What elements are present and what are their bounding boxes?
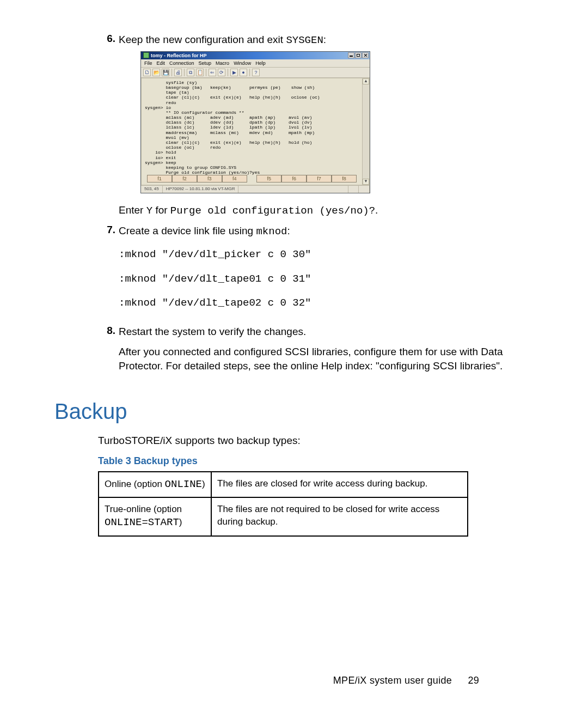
statusbar: 503, 45 HP70092 -- 10.81.1.80 via VT-MGR (141, 185, 370, 193)
toolbar-sep (206, 69, 206, 76)
print-icon[interactable]: 🖨 (174, 69, 182, 76)
table-cell: Online (option ONLINE) (99, 472, 211, 498)
titlebar[interactable]: tomy - Reflection for HP (141, 52, 370, 59)
fkey-f1[interactable]: f1 (147, 175, 172, 182)
intro-text: TurboSTORE/iX supports two backup types: (98, 435, 534, 447)
footer-label: MPE/iX system user guide (333, 675, 452, 686)
close-icon[interactable] (362, 52, 369, 58)
step6-post: : (323, 34, 326, 45)
step6b-y: Y (146, 205, 152, 217)
paste-icon[interactable]: 📋 (196, 69, 204, 76)
reload-icon[interactable]: ⟳ (218, 69, 225, 76)
step8-line2: After you connected and configured SCSI … (119, 345, 534, 373)
table-caption: Table 3 Backup types (98, 455, 534, 467)
step6b-code: Purge old configuration (yes/no)? (170, 205, 375, 217)
menu-window[interactable]: Window (234, 60, 251, 66)
step6b-post: . (375, 204, 378, 216)
status-blank3 (359, 186, 370, 193)
step-number: 7. (98, 224, 115, 236)
help-icon[interactable]: ? (252, 69, 260, 76)
step6b-mid: for (152, 204, 170, 216)
term-line: ** IO configurator commands ** (145, 110, 359, 115)
play-icon[interactable]: ▶ (230, 69, 238, 76)
step7-post: : (287, 225, 290, 236)
term-line: clear (cl)(c) exit (ex)(e) help (he)(h) … (145, 95, 359, 100)
status-blank2 (348, 186, 359, 193)
copy-icon[interactable]: ⧉ (187, 69, 194, 76)
save-icon[interactable]: 💾 (162, 69, 169, 76)
reflection-window: tomy - Reflection for HP File Edit Conne… (140, 51, 370, 194)
maximize-icon[interactable] (355, 52, 362, 58)
menu-setup[interactable]: Setup (199, 60, 212, 66)
step7-code: mknod (256, 226, 287, 238)
r2c1-code: ONLINE=START (105, 516, 179, 528)
toolbar-sep (171, 69, 172, 76)
term-line: sysgen> io (145, 105, 359, 110)
toolbar-sep (228, 69, 228, 76)
term-line: sysgen> keep (145, 160, 359, 165)
step-number: 8. (98, 325, 115, 337)
step6b-pre: Enter (119, 204, 146, 216)
backup-types-table: Online (option ONLINE) The files are clo… (98, 471, 468, 537)
fkey-f2[interactable]: f2 (172, 175, 197, 182)
menubar[interactable]: File Edit Connection Setup Macro Window … (141, 59, 370, 68)
terminal-output: sysfile (sy) basegroup (ba) keep(ke) per… (142, 78, 362, 185)
step6-instruction: Enter Y for Purge old configuration (yes… (119, 203, 534, 218)
window-title: tomy - Reflection for HP (151, 52, 207, 59)
fkey-f7[interactable]: f7 (307, 175, 332, 182)
menu-help[interactable]: Help (255, 60, 266, 66)
toolbar-sep (249, 69, 250, 76)
mknod-cmd2: :mknod "/dev/dlt_tape01 c 0 31" (119, 271, 534, 287)
r1c1-code: ONLINE (165, 478, 202, 490)
scroll-down-icon[interactable]: ▼ (363, 179, 369, 185)
fkey-f8[interactable]: f8 (332, 175, 357, 182)
open-icon[interactable]: 📂 (152, 69, 160, 76)
menu-edit[interactable]: Edit (157, 60, 166, 66)
term-line: io> exit (145, 155, 359, 160)
term-line: sysfile (sy) (145, 80, 359, 85)
back-icon[interactable]: ⇐ (209, 69, 216, 76)
step6-pre: Keep the new configuration and exit (119, 34, 286, 45)
term-line: io> hold (145, 150, 359, 155)
term-line: oclose (oc) redo (145, 145, 359, 150)
page-number: 29 (468, 675, 479, 686)
table-row: Online (option ONLINE) The files are clo… (99, 472, 468, 498)
term-line: Purge old configuration (yes/no)?yes (145, 170, 359, 175)
fkey-f5[interactable]: f5 (256, 175, 281, 182)
status-cursor: 503, 45 (141, 186, 163, 193)
step8-line1: Restart the system to verify the changes… (119, 325, 534, 339)
r2c1-post: ) (179, 517, 182, 527)
step8-text: Restart the system to verify the changes… (119, 325, 534, 373)
menu-connection[interactable]: Connection (169, 60, 194, 66)
table-cell: True-online (option ONLINE=START) (99, 497, 211, 536)
mknod-cmd3: :mknod "/dev/dlt_tape02 c 0 32" (119, 295, 534, 311)
term-line: tape (ta) (145, 90, 359, 95)
section-heading: Backup (54, 399, 534, 424)
term-line: keeping to group CONFIG.SYS (145, 165, 359, 170)
step7-pre: Create a device link file using (119, 225, 256, 236)
menu-file[interactable]: File (144, 60, 152, 66)
step6-code: SYSGEN (286, 34, 323, 46)
new-file-icon[interactable]: 🗋 (143, 69, 151, 76)
r2c1-pre: True-online (option (105, 504, 182, 514)
term-line: dclass (dc) ddev (dd) dpath (dp) dvol (d… (145, 120, 359, 125)
term-line: lclass (lc) ldev (ld) lpath (lp) lvol (l… (145, 125, 359, 130)
scroll-up-icon[interactable]: ▲ (363, 78, 369, 84)
table-cell: The files are closed for write access du… (211, 472, 468, 498)
app-icon (143, 52, 149, 58)
scrollbar[interactable]: ▲ ▼ (362, 78, 369, 185)
term-line: mvol (mv) (145, 135, 359, 140)
step7-text: Create a device link file using mknod: :… (119, 224, 534, 319)
menu-macro[interactable]: Macro (216, 60, 229, 66)
stop-icon[interactable]: ● (240, 69, 247, 76)
fkey-f3[interactable]: f3 (197, 175, 222, 182)
fkey-f6[interactable]: f6 (281, 175, 307, 182)
table-row: True-online (option ONLINE=START) The fi… (99, 497, 468, 536)
term-line: maddress(ma) mclass (mc) mdev (md) mpath… (145, 130, 359, 135)
fkey-f4[interactable]: f4 (222, 175, 247, 182)
r1c1-post: ) (202, 479, 205, 489)
minimize-icon[interactable] (348, 52, 354, 58)
step-number: 6. (98, 33, 115, 45)
term-line: redo (145, 100, 359, 105)
toolbar: 🗋 📂 💾 🖨 ⧉ 📋 ⇐ ⟳ ▶ ● ? (141, 68, 370, 78)
